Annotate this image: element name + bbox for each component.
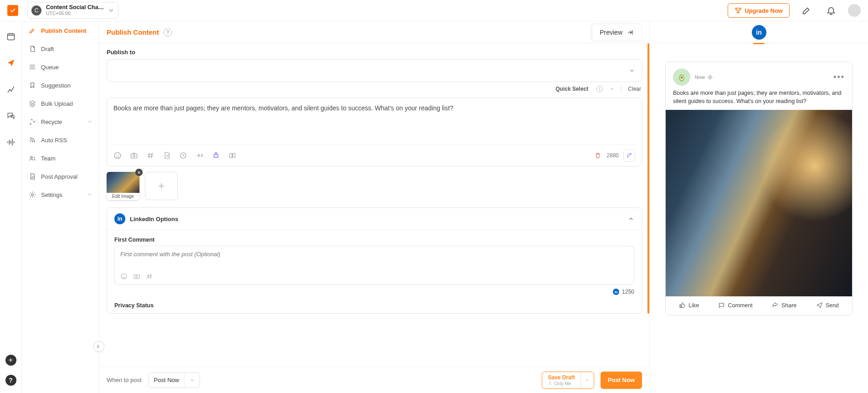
rail-help-button[interactable]: ? bbox=[5, 375, 16, 386]
chevron-down-icon[interactable] bbox=[609, 86, 615, 92]
save-draft-button[interactable]: Save Draft Only Me bbox=[542, 372, 594, 389]
when-to-post-select[interactable]: Post Now bbox=[148, 372, 200, 388]
svg-point-17 bbox=[124, 275, 125, 276]
rail-publish-icon[interactable] bbox=[5, 55, 16, 71]
info-icon[interactable]: i bbox=[596, 86, 603, 92]
sidebar-item-auto-rss[interactable]: Auto RSS bbox=[22, 131, 99, 149]
help-icon[interactable]: ? bbox=[164, 28, 172, 36]
sidebar-item-suggestion[interactable]: Suggestion bbox=[22, 76, 99, 94]
publish-to-select[interactable] bbox=[107, 59, 642, 82]
svg-point-2 bbox=[31, 156, 32, 158]
upgrade-button[interactable]: Upgrade Now bbox=[728, 3, 790, 18]
svg-point-20 bbox=[550, 382, 551, 383]
linkedin-options-header[interactable]: in LinkedIn Options bbox=[107, 208, 642, 230]
team-icon bbox=[28, 155, 36, 162]
bookmark-icon bbox=[28, 82, 36, 89]
sidebar-item-post-approval[interactable]: Post Approval bbox=[22, 167, 99, 186]
camera-icon[interactable] bbox=[133, 273, 140, 280]
add-media-button[interactable]: + bbox=[145, 172, 178, 200]
comment-label: Comment bbox=[728, 302, 752, 309]
when-to-post-label: When to post bbox=[107, 377, 142, 383]
hashtag-icon[interactable] bbox=[146, 151, 154, 160]
bell-icon[interactable] bbox=[823, 3, 839, 18]
sidebar-item-label: Draft bbox=[41, 46, 54, 52]
compose-icon[interactable] bbox=[799, 3, 814, 18]
scroll-indicator[interactable] bbox=[647, 43, 649, 314]
sidebar-item-team[interactable]: Team bbox=[22, 149, 99, 167]
linkedin-preview-tab[interactable]: in bbox=[752, 25, 766, 40]
sidebar-item-draft[interactable]: Draft bbox=[22, 40, 99, 58]
media-thumbnail[interactable]: Edit Image ✕ bbox=[107, 172, 139, 200]
emoji-icon[interactable] bbox=[120, 273, 128, 280]
chevron-down-icon[interactable] bbox=[581, 377, 594, 383]
only-me-label: Only Me bbox=[548, 381, 575, 387]
ai-robot-icon[interactable] bbox=[212, 151, 220, 160]
gear-icon bbox=[28, 191, 36, 198]
svg-rect-10 bbox=[214, 154, 218, 158]
more-icon[interactable]: ••• bbox=[833, 72, 845, 82]
like-action[interactable]: Like bbox=[679, 302, 699, 309]
preview-image bbox=[666, 110, 852, 296]
chevron-down-icon bbox=[629, 67, 635, 74]
svg-point-8 bbox=[133, 155, 135, 157]
first-comment-label: First Comment bbox=[114, 237, 634, 243]
svg-point-6 bbox=[118, 155, 119, 155]
magic-wand-button[interactable] bbox=[623, 150, 635, 161]
preview-time: Now bbox=[695, 74, 705, 80]
post-now-button[interactable]: Post Now bbox=[601, 372, 642, 389]
privacy-status-label: Privacy Status bbox=[114, 302, 634, 309]
svg-rect-7 bbox=[131, 154, 137, 158]
clear-button[interactable]: Clear bbox=[628, 86, 641, 92]
sidebar-item-recycle[interactable]: Recycle bbox=[22, 113, 99, 131]
svg-rect-18 bbox=[134, 275, 139, 279]
topbar: C Content Social Cha… UTC+05:00 Upgrade … bbox=[0, 0, 868, 21]
remove-media-button[interactable]: ✕ bbox=[135, 169, 143, 176]
chevron-up-icon bbox=[628, 216, 634, 222]
document-icon[interactable] bbox=[163, 151, 171, 160]
rail-analytics-icon[interactable] bbox=[5, 82, 16, 97]
arrow-right-bar-icon bbox=[626, 29, 634, 36]
chevron-down-icon bbox=[108, 7, 114, 14]
chevron-down-icon bbox=[185, 377, 200, 383]
workspace-selector[interactable]: C Content Social Cha… UTC+05:00 bbox=[27, 2, 118, 19]
workspace-name: Content Social Cha… bbox=[46, 5, 104, 11]
app-logo[interactable] bbox=[7, 5, 18, 16]
preview-tab[interactable]: Preview bbox=[592, 24, 642, 41]
comment-action[interactable]: Comment bbox=[718, 302, 752, 309]
send-action[interactable]: Send bbox=[816, 302, 839, 309]
user-avatar[interactable] bbox=[848, 4, 861, 17]
svg-point-11 bbox=[215, 155, 216, 156]
like-label: Like bbox=[688, 302, 699, 309]
rail-audio-icon[interactable] bbox=[5, 134, 16, 150]
sidebar-item-label: Suggestion bbox=[41, 82, 71, 89]
icon-rail: + ? bbox=[0, 21, 22, 393]
svg-point-3 bbox=[31, 194, 33, 196]
first-comment-input[interactable] bbox=[120, 251, 628, 258]
sidebar-item-settings[interactable]: Settings bbox=[22, 186, 99, 204]
sidebar-item-publish-content[interactable]: Publish Content bbox=[22, 21, 99, 40]
rail-calendar-icon[interactable] bbox=[5, 29, 16, 44]
svg-point-1 bbox=[30, 141, 31, 142]
clock-icon[interactable] bbox=[179, 151, 187, 160]
person-icon bbox=[548, 381, 552, 386]
rail-add-button[interactable]: + bbox=[5, 355, 16, 366]
sidebar-item-queue[interactable]: Queue bbox=[22, 58, 99, 76]
rail-conversations-icon[interactable] bbox=[5, 108, 16, 124]
edit-image-label: Edit Image bbox=[107, 193, 139, 200]
approval-icon bbox=[28, 173, 36, 180]
hashtag-icon[interactable] bbox=[146, 273, 153, 280]
plug-icon[interactable] bbox=[195, 151, 204, 160]
share-action[interactable]: Share bbox=[772, 302, 796, 309]
trash-icon[interactable] bbox=[594, 151, 602, 160]
svg-rect-13 bbox=[230, 154, 232, 158]
svg-rect-0 bbox=[7, 34, 14, 40]
linkedin-icon: in bbox=[114, 213, 125, 224]
carousel-icon[interactable] bbox=[228, 151, 236, 160]
camera-icon[interactable] bbox=[130, 151, 138, 160]
composer-textarea[interactable]: Books are more than just pages; they are… bbox=[113, 104, 635, 142]
sidebar-item-label: Bulk Upload bbox=[41, 100, 73, 107]
quick-select-label[interactable]: Quick Select bbox=[555, 86, 588, 92]
document-icon bbox=[28, 45, 36, 52]
emoji-icon[interactable] bbox=[113, 151, 122, 160]
sidebar-item-bulk-upload[interactable]: Bulk Upload bbox=[22, 94, 99, 113]
